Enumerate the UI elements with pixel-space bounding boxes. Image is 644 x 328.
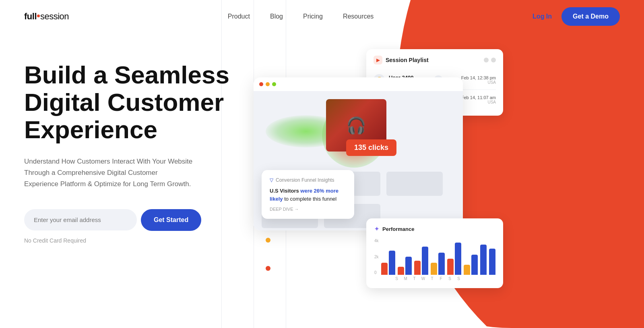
perf-card-title: ✦ Performance <box>374 226 495 232</box>
deco-dot-red <box>266 266 270 271</box>
session-card-title: ▶ Session Playlist <box>374 56 429 64</box>
bar-red-s <box>381 263 388 275</box>
hero-subtitle: Understand How Customers Interact With Y… <box>24 156 193 190</box>
get-started-button[interactable]: Get Started <box>141 209 201 231</box>
logo[interactable]: fullsession <box>24 11 69 22</box>
session-meta-1: Feb 14, 12:38 pm USA <box>461 75 496 85</box>
bar-group-t1 <box>414 247 428 275</box>
bar-blue-m <box>405 257 412 275</box>
hero-section: Build a Seamless Digital Customer Experi… <box>0 33 644 328</box>
session-play-icon: ▶ <box>374 56 382 64</box>
performance-card: ✦ Performance 4k 2k 0 <box>366 218 503 288</box>
x-label-s3: S <box>454 276 463 281</box>
bar-group-s <box>381 251 395 275</box>
session-date-2: Feb 14, 11:07 am <box>461 95 496 100</box>
bar-yellow-f <box>464 265 470 275</box>
nav-blog[interactable]: Blog <box>270 13 283 20</box>
bar-blue-s3 <box>489 249 495 275</box>
y-labels: 4k 2k 0 <box>374 239 379 275</box>
email-form: Get Started <box>24 209 250 231</box>
logo-dot <box>37 15 40 17</box>
bar-group-f <box>464 255 478 275</box>
bar-blue-s2 <box>480 245 487 275</box>
session-controls <box>484 58 496 62</box>
bar-group-w <box>431 253 445 275</box>
dot-green <box>272 82 276 86</box>
x-label-s2: S <box>446 276 454 281</box>
hero-title: Build a Seamless Digital Customer Experi… <box>24 61 250 144</box>
login-button[interactable]: Log In <box>533 13 552 20</box>
card-traffic-lights <box>254 77 463 91</box>
dot-yellow <box>266 82 270 86</box>
hero-right: ▶ Session Playlist 🙂 User 3400 SINCE FEB… <box>250 45 620 328</box>
logo-session: session <box>40 11 69 22</box>
session-card-header: ▶ Session Playlist <box>374 56 496 64</box>
bar-blue-f <box>471 255 478 275</box>
bar-yellow-w <box>431 263 437 275</box>
x-label-t2: T <box>428 276 437 281</box>
nav-links: Product Blog Pricing Resources <box>228 13 374 20</box>
perf-icon: ✦ <box>374 226 379 232</box>
bar-red-t2 <box>447 259 454 275</box>
funnel-card: ▽ Conversion Funnel Insights U.S Visitor… <box>262 170 354 219</box>
bar-blue-t2 <box>455 243 461 275</box>
nav-resources[interactable]: Resources <box>343 13 374 20</box>
funnel-text-suffix: to complete this funnel <box>284 196 336 202</box>
bar-red-t1 <box>414 261 421 275</box>
bar-blue-s <box>389 251 395 275</box>
nav-product[interactable]: Product <box>228 13 250 20</box>
session-meta-2: Feb 14, 11:07 am USA <box>461 95 496 104</box>
funnel-icon: ▽ <box>270 177 273 183</box>
chart-area: 4k 2k 0 <box>374 239 495 281</box>
session-country-2: USA <box>461 100 496 104</box>
x-label-t1: T <box>410 276 419 281</box>
deco-dot-orange <box>266 238 270 243</box>
funnel-card-text: U.S Visitors were 26% more likely to com… <box>270 187 346 203</box>
x-label-s: S <box>392 276 401 281</box>
bar-chart <box>381 239 495 275</box>
bar-group-s3 <box>489 249 495 275</box>
bar-group-m <box>398 257 412 275</box>
clicks-badge: 135 clicks <box>346 139 396 156</box>
no-credit-card-label: No Credit Card Required <box>24 237 250 244</box>
bar-group-t2 <box>447 243 461 275</box>
demo-button[interactable]: Get a Demo <box>561 7 620 26</box>
x-label-w: W <box>419 276 428 281</box>
session-ctrl-1 <box>484 58 489 62</box>
nav-actions: Log In Get a Demo <box>533 7 620 26</box>
chart-x-labels: S M T W T F S S <box>392 276 495 281</box>
session-country-1: USA <box>461 80 496 85</box>
dot-red <box>259 82 263 86</box>
funnel-card-title: ▽ Conversion Funnel Insights <box>270 177 346 183</box>
bar-red-m <box>398 267 404 275</box>
hero-left: Build a Seamless Digital Customer Experi… <box>24 45 250 244</box>
nav-pricing[interactable]: Pricing <box>303 13 323 20</box>
x-label-m: M <box>401 276 410 281</box>
x-label-f: F <box>437 276 446 281</box>
bar-blue-w <box>438 253 445 275</box>
bar-blue-t1 <box>422 247 428 275</box>
y-label-0: 0 <box>374 270 379 275</box>
session-date-1: Feb 14, 12:38 pm <box>461 75 496 80</box>
hm-grid-3 <box>386 172 443 196</box>
email-input[interactable] <box>24 209 137 230</box>
session-ctrl-2 <box>491 58 496 62</box>
funnel-dive[interactable]: DEEP DIVE → <box>270 207 346 212</box>
y-label-4k: 4k <box>374 239 379 243</box>
logo-full: full <box>24 11 37 22</box>
y-label-2k: 2k <box>374 255 379 259</box>
bar-group-s2 <box>480 245 487 275</box>
navbar: fullsession Product Blog Pricing Resourc… <box>0 0 644 33</box>
